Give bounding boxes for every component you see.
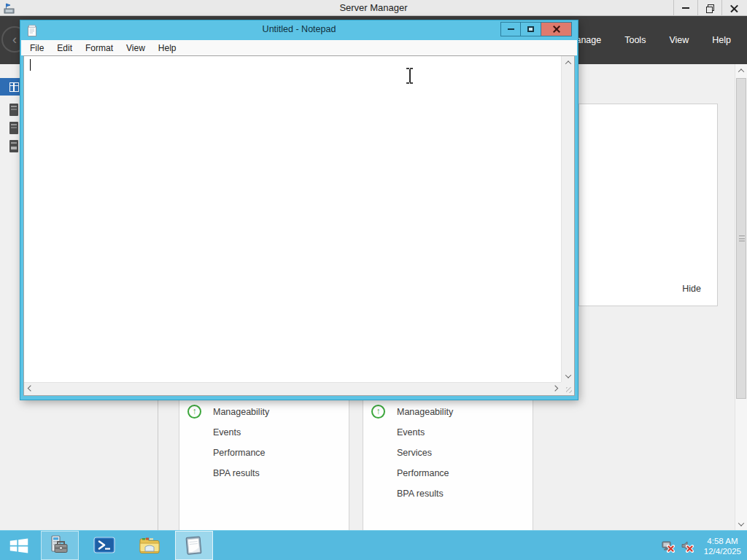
menu-view[interactable]: View <box>669 35 689 45</box>
scroll-down-button[interactable] <box>562 370 574 382</box>
chevron-left-icon <box>27 385 33 391</box>
restore-icon <box>706 4 713 12</box>
window-title: Server Manager <box>0 2 747 13</box>
notepad-menubar: File Edit Format View Help <box>21 40 577 55</box>
scroll-down-button[interactable] <box>735 518 747 530</box>
scroll-up-button[interactable] <box>735 64 747 77</box>
welcome-tile-panel: Hide <box>578 104 718 306</box>
chevron-down-icon <box>738 520 744 526</box>
notepad-menu-format[interactable]: Format <box>79 43 120 53</box>
servers-icon <box>9 122 18 134</box>
tile1-performance-link[interactable]: Performance <box>179 443 349 463</box>
tile2-bpa-results-link[interactable]: BPA results <box>363 483 533 504</box>
windows-logo-icon <box>9 537 29 555</box>
notepad-text-area[interactable] <box>24 56 561 382</box>
menu-help[interactable]: Help <box>712 35 731 45</box>
scroll-right-button[interactable] <box>549 383 561 395</box>
scroll-up-button[interactable] <box>562 56 574 69</box>
tile-row-label: Performance <box>397 468 449 478</box>
notepad-minimize-button[interactable] <box>500 22 521 36</box>
tile-row-label: BPA results <box>397 489 444 499</box>
clock-date: 12/4/2025 <box>704 546 741 556</box>
notepad-client-area <box>23 55 575 396</box>
clock-time: 4:58 AM <box>704 536 741 546</box>
status-up-circle-icon: ↑ <box>371 405 385 419</box>
notepad-vertical-scrollbar[interactable] <box>561 56 574 382</box>
server-manager-menubar: Manage Tools View Help <box>568 16 731 64</box>
notepad-menu-help[interactable]: Help <box>152 43 183 53</box>
tile-row-label: Manageability <box>213 407 269 417</box>
tile1-bpa-results-link[interactable]: BPA results <box>179 463 349 483</box>
dashboard-icon <box>9 82 19 92</box>
tile2-manageability-link[interactable]: ↑ Manageability <box>363 402 533 422</box>
taskbar-file-explorer-button[interactable] <box>131 531 169 560</box>
notepad-horizontal-scrollbar[interactable] <box>24 382 561 395</box>
taskbar-notepad-button[interactable] <box>175 531 213 560</box>
server-manager-titlebar[interactable]: Server Manager <box>0 0 747 16</box>
notepad-window: Untitled - Notepad File Edit Format View… <box>20 20 578 400</box>
chevron-down-icon <box>565 372 570 378</box>
taskbar: 4:58 AM 12/4/2025 <box>0 530 747 560</box>
text-caret <box>30 59 31 71</box>
menu-tools[interactable]: Tools <box>624 35 646 45</box>
close-icon <box>730 4 738 12</box>
scroll-left-button[interactable] <box>24 383 36 395</box>
taskbar-clock[interactable]: 4:58 AM 12/4/2025 <box>700 536 741 556</box>
tile2-services-link[interactable]: Services <box>363 443 533 463</box>
server-manager-icon <box>48 534 71 556</box>
desktop: Server Manager ‹ Manage Tools View Help <box>0 0 747 560</box>
tile2-events-link[interactable]: Events <box>363 422 533 443</box>
minimize-icon <box>682 7 689 9</box>
tile-row-label: Events <box>397 427 425 438</box>
restore-button[interactable] <box>697 0 721 16</box>
tile-row-label: Services <box>397 448 432 458</box>
powershell-icon <box>93 535 116 556</box>
tile2-performance-link[interactable]: Performance <box>363 463 533 483</box>
close-icon <box>553 26 560 33</box>
start-button[interactable] <box>0 531 38 560</box>
notepad-window-title: Untitled - Notepad <box>20 24 578 34</box>
ibeam-cursor <box>406 68 414 84</box>
scrollbar-grip-icon <box>739 236 745 241</box>
taskbar-powershell-button[interactable] <box>85 531 123 560</box>
scrollbar-thumb[interactable] <box>736 78 746 399</box>
resize-grip[interactable] <box>561 382 574 395</box>
notepad-menu-edit[interactable]: Edit <box>50 43 79 53</box>
notepad-close-button[interactable] <box>541 22 572 36</box>
system-tray: 4:58 AM 12/4/2025 <box>662 531 747 560</box>
tile-row-label: Events <box>213 427 241 438</box>
network-disconnected-icon[interactable] <box>662 540 675 553</box>
tile-row-label: BPA results <box>213 468 260 478</box>
minimize-icon <box>508 28 514 30</box>
tile-row-label: Performance <box>213 448 266 458</box>
notepad-icon <box>183 534 205 556</box>
chevron-up-icon <box>738 69 744 74</box>
server-icon <box>9 104 18 116</box>
chevron-up-icon <box>565 61 570 66</box>
notepad-titlebar[interactable]: Untitled - Notepad <box>20 20 578 40</box>
tile-row-label: Manageability <box>397 407 453 417</box>
notepad-menu-file[interactable]: File <box>23 43 50 53</box>
taskbar-server-manager-button[interactable] <box>41 531 79 560</box>
tile1-events-link[interactable]: Events <box>179 422 349 443</box>
minimize-button[interactable] <box>673 0 697 16</box>
file-explorer-icon <box>138 535 161 556</box>
notepad-maximize-button[interactable] <box>521 22 541 36</box>
maximize-icon <box>527 26 534 32</box>
chevron-right-icon <box>551 385 557 391</box>
tile1-manageability-link[interactable]: ↑ Manageability <box>179 402 349 422</box>
volume-muted-icon[interactable] <box>681 540 694 553</box>
status-up-circle-icon: ↑ <box>187 405 201 419</box>
hide-button[interactable]: Hide <box>682 284 701 294</box>
storage-icon <box>9 140 18 152</box>
close-button[interactable] <box>721 0 746 16</box>
notepad-menu-view[interactable]: View <box>120 43 152 53</box>
server-manager-scrollbar[interactable] <box>735 64 747 530</box>
